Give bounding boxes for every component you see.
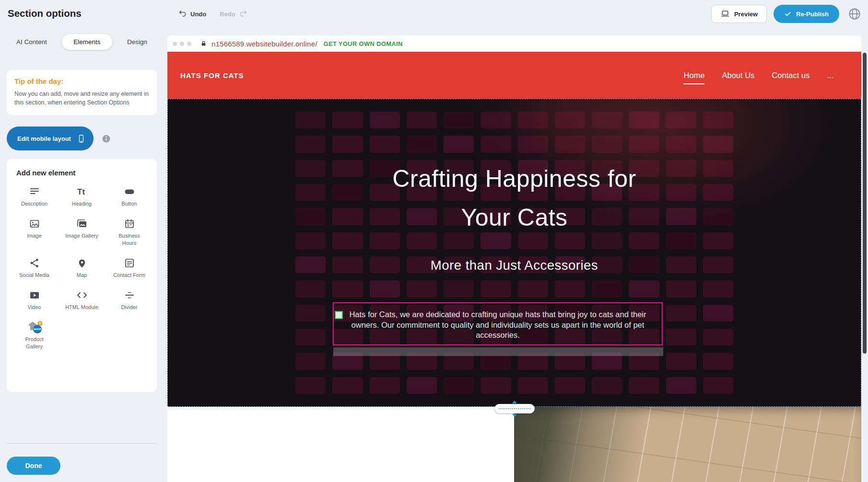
hero-subheadline[interactable]: More than Just Accessories bbox=[168, 258, 861, 273]
tab-elements[interactable]: Elements bbox=[62, 34, 112, 50]
element-item-label: Button bbox=[122, 200, 137, 207]
resize-arrow-up-icon bbox=[512, 401, 517, 403]
element-item-button[interactable]: Button bbox=[106, 184, 153, 207]
resize-arrow-down-icon bbox=[512, 414, 517, 417]
hero-paragraph-text: Hats for Cats, we are dedicated to craft… bbox=[340, 310, 656, 341]
scrollbar-track[interactable] bbox=[861, 35, 868, 482]
phone-icon bbox=[77, 134, 86, 143]
republish-button[interactable]: Re-Publish bbox=[774, 5, 839, 23]
hero-headline-line2: Your Cats bbox=[168, 198, 861, 237]
info-icon bbox=[101, 134, 111, 144]
site-nav: Home About Us Contact us ... bbox=[683, 71, 833, 80]
site-url[interactable]: n1566589.websitebuilder.online/ bbox=[211, 40, 317, 48]
section-resize-handle[interactable] bbox=[494, 401, 535, 417]
element-item-map[interactable]: Map bbox=[58, 256, 106, 278]
tab-design[interactable]: Design bbox=[124, 34, 150, 50]
nav-item-contact-us[interactable]: Contact us bbox=[772, 71, 809, 80]
element-item-label: Business Hours bbox=[112, 232, 147, 246]
add-element-panel: Add new element Description Tt Heading B… bbox=[7, 159, 157, 392]
preview-button[interactable]: Preview bbox=[711, 5, 767, 23]
hero-headline[interactable]: Crafting Happiness for Your Cats bbox=[168, 160, 861, 237]
element-item-business-hours[interactable]: Business Hours bbox=[106, 217, 153, 246]
add-element-title: Add new element bbox=[16, 169, 153, 177]
hero-paragraph-selected[interactable]: Hats for Cats, we are dedicated to craft… bbox=[333, 302, 663, 345]
site-header: HATS FOR CATS Home About Us Contact us .… bbox=[167, 52, 861, 99]
element-item-video[interactable]: Video bbox=[11, 288, 58, 310]
tip-title: Tip of the day: bbox=[14, 77, 149, 85]
redo-icon bbox=[239, 10, 247, 18]
next-section-photo[interactable] bbox=[514, 407, 861, 482]
element-item-label: Video bbox=[28, 304, 41, 310]
tip-of-the-day-card: Tip of the day: Now you can add, move an… bbox=[7, 70, 157, 115]
element-item-divider[interactable]: Divider bbox=[106, 288, 153, 310]
element-item-product-gallery[interactable]: SHOP Product Gallery bbox=[11, 320, 58, 350]
nav-item-about-us[interactable]: About Us bbox=[722, 71, 754, 80]
element-item-contact-form[interactable]: Contact Form bbox=[106, 256, 153, 278]
html-module-icon bbox=[76, 288, 88, 302]
undo-button[interactable]: Undo bbox=[178, 10, 206, 18]
element-item-description[interactable]: Description bbox=[11, 184, 58, 207]
element-item-label: Divider bbox=[121, 304, 137, 310]
preview-label: Preview bbox=[734, 11, 758, 18]
edit-mobile-layout-button[interactable]: Edit mobile layout bbox=[7, 126, 94, 150]
get-domain-link[interactable]: GET YOUR OWN DOMAIN bbox=[324, 40, 403, 47]
nav-item-home[interactable]: Home bbox=[683, 71, 704, 80]
video-icon bbox=[29, 288, 40, 302]
element-item-social-media[interactable]: Social Media bbox=[11, 256, 58, 278]
mobile-layout-row: Edit mobile layout bbox=[7, 126, 111, 150]
undo-icon bbox=[178, 10, 187, 18]
element-item-image[interactable]: Image bbox=[11, 217, 58, 246]
hero-headline-line1: Crafting Happiness for bbox=[168, 160, 861, 198]
element-item-label: Image bbox=[27, 232, 42, 239]
hero-section[interactable]: Crafting Happiness for Your Cats More th… bbox=[167, 99, 861, 407]
nav-more-ellipsis[interactable]: ... bbox=[827, 71, 833, 80]
element-item-label: Product Gallery bbox=[17, 336, 52, 350]
element-item-image-gallery[interactable]: Image Gallery bbox=[58, 217, 106, 246]
element-item-label: Map bbox=[77, 272, 87, 278]
element-item-label: Contact Form bbox=[113, 272, 145, 278]
element-item-label: Social Media bbox=[19, 272, 49, 278]
next-section-white-area[interactable] bbox=[167, 407, 514, 482]
business-hours-icon bbox=[124, 217, 135, 231]
window-dots bbox=[173, 42, 191, 46]
republish-label: Re-Publish bbox=[796, 11, 829, 18]
preview-icon bbox=[720, 9, 730, 19]
done-button[interactable]: Done bbox=[7, 457, 60, 475]
browser-bar: n1566589.websitebuilder.online/ GET YOUR… bbox=[167, 35, 861, 52]
redo-label: Redo bbox=[220, 11, 235, 18]
element-item-html-module[interactable]: HTML Module bbox=[58, 288, 106, 310]
button-icon bbox=[124, 184, 135, 199]
element-item-label: Image Gallery bbox=[65, 232, 98, 239]
info-button[interactable] bbox=[101, 134, 111, 144]
redo-button[interactable]: Redo bbox=[220, 10, 247, 18]
page-title: Section options bbox=[8, 8, 82, 19]
sidebar-divider bbox=[7, 443, 157, 444]
check-icon bbox=[784, 10, 792, 18]
window-dot bbox=[180, 42, 184, 46]
social-media-icon bbox=[29, 256, 40, 270]
top-actions: Preview Re-Publish bbox=[711, 5, 863, 23]
resize-handle-pill bbox=[494, 404, 535, 413]
element-item-heading[interactable]: Tt Heading bbox=[58, 184, 106, 207]
window-dot bbox=[173, 42, 177, 46]
edit-mobile-label: Edit mobile layout bbox=[17, 135, 71, 142]
lock-icon bbox=[200, 40, 207, 47]
svg-text:Tt: Tt bbox=[77, 187, 85, 196]
globe-icon bbox=[847, 7, 862, 21]
description-icon bbox=[29, 184, 40, 199]
language-globe-button[interactable] bbox=[846, 5, 863, 23]
shop-badge-label: SHOP bbox=[34, 328, 41, 331]
divider-icon bbox=[124, 288, 135, 302]
element-item-label: HTML Module bbox=[65, 304, 98, 310]
image-gallery-icon bbox=[76, 217, 88, 231]
element-grid: Description Tt Heading Button Image Imag… bbox=[11, 184, 153, 350]
scrollbar-thumb[interactable] bbox=[863, 53, 867, 354]
sidebar-tabs: AI Content Elements Design bbox=[7, 33, 157, 51]
contact-form-icon bbox=[124, 256, 135, 270]
product-gallery-icon: SHOP bbox=[26, 320, 43, 334]
site-logo[interactable]: HATS FOR CATS bbox=[180, 71, 244, 80]
ghost-placeholder-bar bbox=[333, 347, 663, 356]
tab-ai-content[interactable]: AI Content bbox=[13, 34, 50, 50]
element-item-label: Heading bbox=[72, 200, 92, 207]
drag-handle[interactable] bbox=[335, 311, 343, 319]
